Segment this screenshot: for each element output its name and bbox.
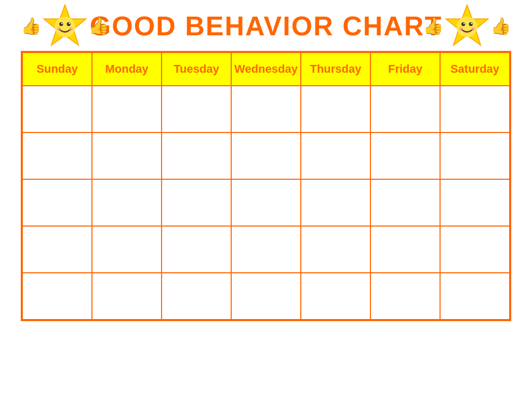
star-right-icon [444, 3, 490, 49]
table-cell[interactable] [162, 226, 231, 273]
table-cell[interactable] [162, 179, 231, 226]
table-cell[interactable] [301, 86, 370, 132]
table-cell[interactable] [162, 132, 231, 179]
chart-container: Sunday Monday Tuesday Wednesday Thursday… [21, 51, 511, 321]
thumbs-up-left-icon: 👍 [21, 16, 42, 36]
table-cell[interactable] [301, 226, 370, 273]
page: 👍 👍 GOOD BEHAVI [0, 0, 532, 411]
star-right-group: 👍 👍 [423, 3, 511, 49]
table-cell[interactable] [231, 226, 301, 273]
col-saturday: Saturday [440, 52, 510, 86]
table-cell[interactable] [231, 86, 301, 132]
svg-point-10 [461, 22, 465, 26]
table-row [22, 179, 510, 226]
table-cell[interactable] [92, 179, 162, 226]
table-cell[interactable] [370, 179, 440, 226]
svg-point-4 [61, 23, 63, 24]
svg-point-5 [69, 23, 70, 24]
table-cell[interactable] [440, 273, 510, 320]
star-left-group: 👍 👍 [21, 3, 109, 49]
table-cell[interactable] [301, 132, 370, 179]
header-row: Sunday Monday Tuesday Wednesday Thursday… [22, 52, 510, 86]
table-cell[interactable] [301, 179, 370, 226]
table-cell[interactable] [440, 226, 510, 273]
col-wednesday: Wednesday [231, 52, 301, 86]
col-tuesday: Tuesday [162, 52, 231, 86]
table-cell[interactable] [370, 86, 440, 132]
svg-point-2 [59, 22, 63, 26]
table-row [22, 132, 510, 179]
table-cell[interactable] [22, 179, 92, 226]
table-cell[interactable] [92, 132, 162, 179]
thumbs-up-left2-icon: 👍 [88, 16, 109, 36]
table-row [22, 226, 510, 273]
thumbs-up-right2-icon: 👍 [490, 16, 511, 36]
behavior-chart: Sunday Monday Tuesday Wednesday Thursday… [22, 52, 510, 320]
table-cell[interactable] [92, 273, 162, 320]
chart-body [22, 86, 510, 320]
svg-point-11 [469, 22, 473, 26]
table-cell[interactable] [370, 226, 440, 273]
table-cell[interactable] [22, 132, 92, 179]
col-friday: Friday [370, 52, 440, 86]
table-cell[interactable] [92, 86, 162, 132]
table-cell[interactable] [301, 273, 370, 320]
table-row [22, 273, 510, 320]
table-cell[interactable] [22, 273, 92, 320]
table-cell[interactable] [440, 179, 510, 226]
table-cell[interactable] [370, 273, 440, 320]
table-cell[interactable] [370, 132, 440, 179]
svg-point-9 [457, 17, 477, 37]
table-cell[interactable] [231, 132, 301, 179]
table-cell[interactable] [231, 273, 301, 320]
svg-point-3 [67, 22, 71, 26]
col-thursday: Thursday [301, 52, 370, 86]
table-row [22, 86, 510, 132]
table-cell[interactable] [162, 273, 231, 320]
page-title: GOOD BEHAVIOR CHART [90, 10, 442, 42]
star-left-icon [42, 3, 88, 49]
table-cell[interactable] [92, 226, 162, 273]
table-cell[interactable] [231, 179, 301, 226]
table-cell[interactable] [22, 226, 92, 273]
col-monday: Monday [92, 52, 162, 86]
table-cell[interactable] [440, 132, 510, 179]
table-cell[interactable] [440, 86, 510, 132]
col-sunday: Sunday [22, 52, 92, 86]
table-cell[interactable] [22, 86, 92, 132]
table-cell[interactable] [162, 86, 231, 132]
svg-point-12 [463, 23, 465, 24]
thumbs-up-right-icon: 👍 [423, 16, 444, 36]
svg-point-1 [55, 17, 75, 37]
svg-point-13 [471, 23, 472, 24]
header: 👍 👍 GOOD BEHAVI [21, 10, 511, 42]
